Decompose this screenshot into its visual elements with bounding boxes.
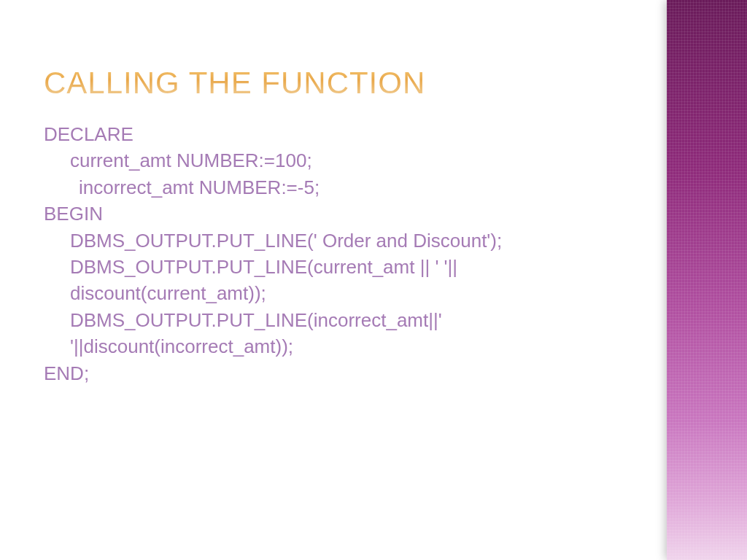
- slide-title: Calling the function: [44, 66, 703, 101]
- code-line-declare: DECLARE: [44, 121, 642, 147]
- code-line-output-2: DBMS_OUTPUT.PUT_LINE(current_amt || ' '|…: [44, 254, 642, 307]
- code-line-output-3: DBMS_OUTPUT.PUT_LINE(incorrect_amt||' '|…: [44, 307, 642, 360]
- slide-content: Calling the function DECLARE current_amt…: [0, 0, 747, 560]
- code-line-output-1: DBMS_OUTPUT.PUT_LINE(' Order and Discoun…: [44, 228, 642, 254]
- code-line-end: END;: [44, 360, 642, 386]
- code-line-current-amt: current_amt NUMBER:=100;: [44, 147, 642, 174]
- code-line-begin: BEGIN: [44, 201, 642, 227]
- code-block: DECLARE current_amt NUMBER:=100; incorre…: [44, 121, 642, 386]
- side-decoration: [667, 0, 747, 560]
- code-line-incorrect-amt: incorrect_amt NUMBER:=-5;: [44, 174, 642, 201]
